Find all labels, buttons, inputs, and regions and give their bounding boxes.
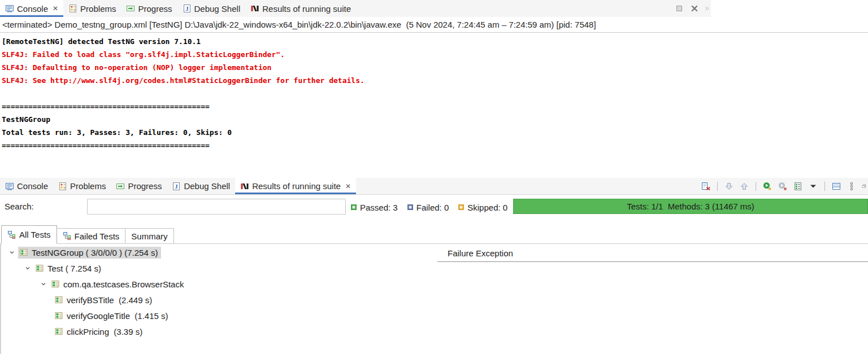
tab-progress[interactable]: Progress: [111, 178, 167, 194]
tab-debug-shell[interactable]: JDebug Shell: [167, 178, 235, 194]
search-input[interactable]: [87, 199, 346, 215]
tree-row[interactable]: verifyBSTitle (2.449 s): [1, 292, 437, 308]
skipped-square-icon: [458, 204, 465, 211]
tab-label: Progress: [138, 4, 172, 14]
subtab-failed-tests[interactable]: Failed Tests: [57, 228, 126, 243]
chevron-down-icon[interactable]: [21, 265, 34, 271]
tree-node-label: com.qa.testcases.BrowserStack: [63, 279, 184, 289]
progress-icon: [116, 182, 125, 191]
tree-row[interactable]: clickPricing (3.39 s): [1, 324, 437, 339]
next-failure-icon[interactable]: [724, 181, 734, 191]
overflow-icon[interactable]: [705, 3, 709, 14]
tab-label: Problems: [80, 4, 116, 14]
tab-debug-shell[interactable]: JDebug Shell: [177, 0, 246, 17]
tree-node[interactable]: TestNGGroup ( 3/0/0/0 ) (7.254 s): [18, 247, 161, 259]
console-line: ========================================…: [2, 139, 364, 152]
testng-results-view: ConsoleProblemsProgressJDebug ShellResul…: [0, 178, 868, 354]
console-output[interactable]: [RemoteTestNG] detected TestNG version 7…: [2, 35, 364, 152]
subtab-summary[interactable]: Summary: [125, 228, 173, 243]
eclipse-workbench: Console✕ProblemsProgressJDebug ShellResu…: [0, 0, 868, 354]
tab-console[interactable]: Console: [0, 178, 53, 194]
subtab-label: All Tests: [19, 230, 51, 239]
console-view-tabbar: Console✕ProblemsProgressJDebug ShellResu…: [0, 0, 711, 17]
passed-square-icon: [350, 204, 357, 211]
testng-icon: [250, 4, 259, 13]
subtab-label: Failed Tests: [75, 231, 120, 241]
tab-label: Problems: [70, 181, 106, 191]
problems-icon: [58, 182, 67, 191]
tree-node-label: verifyGoogleTitle (1.415 s): [67, 311, 168, 321]
chevron-down-icon[interactable]: [6, 250, 18, 255]
testng-test-icon: [54, 311, 63, 320]
counter-failed: Failed: 0: [407, 203, 449, 212]
layout-icon[interactable]: [831, 181, 841, 191]
console-line: [RemoteTestNG] detected TestNG version 7…: [2, 35, 364, 48]
tree-row[interactable]: TestNGGroup ( 3/0/0/0 ) (7.254 s): [1, 244, 437, 260]
console-line: SLF4J: See http://www.slf4j.org/codes.ht…: [2, 74, 364, 87]
tab-label: Debug Shell: [184, 181, 230, 191]
tree-row[interactable]: verifyGoogleTitle (1.415 s): [1, 308, 437, 324]
tree-node[interactable]: Test ( 7.254 s): [34, 263, 105, 274]
toolbar-separator: [756, 182, 756, 191]
testng-test-icon: [19, 248, 28, 257]
tree-row[interactable]: com.qa.testcases.BrowserStack: [1, 276, 437, 292]
subtab-all-tests[interactable]: All Tests: [1, 225, 57, 244]
console-window-actions: [672, 0, 711, 17]
failed-square-icon: [407, 204, 414, 211]
debug-shell-icon: J: [172, 182, 181, 191]
tree-node-label: clickPricing (3.39 s): [67, 327, 142, 336]
console-line: ========================================…: [2, 100, 364, 113]
chevron-down-icon[interactable]: [37, 281, 50, 287]
console-tab-strip: Console✕ProblemsProgressJDebug ShellResu…: [0, 0, 356, 17]
tab-problems[interactable]: Problems: [53, 178, 111, 194]
debug-shell-icon: J: [183, 4, 192, 13]
tab-results-of-running-suite[interactable]: Results of running suite✕: [235, 178, 356, 194]
tree-node[interactable]: clickPricing (3.39 s): [53, 326, 146, 338]
tab-console[interactable]: Console✕: [0, 0, 63, 17]
tree-node[interactable]: com.qa.testcases.BrowserStack: [50, 278, 187, 290]
tree-node-label: verifyBSTitle (2.449 s): [67, 295, 152, 305]
tree-node[interactable]: verifyBSTitle (2.449 s): [53, 294, 155, 306]
progress-icon: [126, 4, 135, 13]
results-tab-strip: ConsoleProblemsProgressJDebug ShellResul…: [0, 178, 356, 194]
problems-icon: [68, 4, 77, 13]
rerun-failed-tests-icon[interactable]: [778, 181, 788, 191]
menu-dropdown-icon[interactable]: [808, 181, 818, 191]
console-line: [2, 87, 364, 100]
rerun-tests-icon[interactable]: [762, 181, 772, 191]
failure-exception-header: Failure Exception: [437, 244, 868, 262]
testng-test-icon: [35, 264, 44, 273]
results-toolbar: [699, 178, 868, 194]
svg-text:J: J: [175, 183, 178, 189]
restore-icon[interactable]: [862, 181, 866, 191]
console-line: SLF4J: Failed to load class "org.slf4j.i…: [2, 48, 364, 61]
counter-skipped: Skipped: 0: [458, 203, 507, 212]
tab-label: Results of running suite: [252, 181, 341, 191]
toolbar-separator: [824, 182, 825, 191]
show-tests-list-icon[interactable]: [793, 181, 803, 191]
close-icon[interactable]: [689, 3, 700, 14]
tests-hierarchy-icon: [63, 231, 72, 241]
counter-passed: Passed: 3: [350, 203, 398, 212]
tree-row[interactable]: Test ( 7.254 s): [1, 260, 437, 276]
testng-test-icon: [54, 327, 63, 336]
test-counters: Passed: 3Failed: 0Skipped: 0: [350, 197, 507, 217]
tab-problems[interactable]: Problems: [63, 0, 121, 17]
previous-failure-icon[interactable]: [739, 181, 749, 191]
search-label: Search:: [5, 202, 34, 211]
test-results-tree: TestNGGroup ( 3/0/0/0 ) (7.254 s)Test ( …: [1, 244, 437, 354]
view-menu-icon[interactable]: [847, 181, 857, 191]
tab-results-of-running-suite[interactable]: Results of running suite: [245, 0, 356, 17]
results-view-tabbar: ConsoleProblemsProgressJDebug ShellResul…: [0, 178, 868, 195]
close-icon[interactable]: ✕: [345, 182, 351, 190]
tab-progress[interactable]: Progress: [121, 0, 177, 17]
close-icon[interactable]: ✕: [53, 5, 58, 12]
console-line: Total tests run: 3, Passes: 3, Failures:…: [2, 126, 364, 139]
tree-node[interactable]: verifyGoogleTitle (1.415 s): [53, 310, 172, 322]
clear-results-icon[interactable]: [701, 181, 711, 191]
minimize-icon[interactable]: [674, 3, 684, 14]
subtab-label: Summary: [131, 231, 167, 241]
console-icon: [5, 4, 14, 13]
tab-label: Console: [17, 4, 48, 14]
testng-test-icon: [51, 279, 60, 289]
